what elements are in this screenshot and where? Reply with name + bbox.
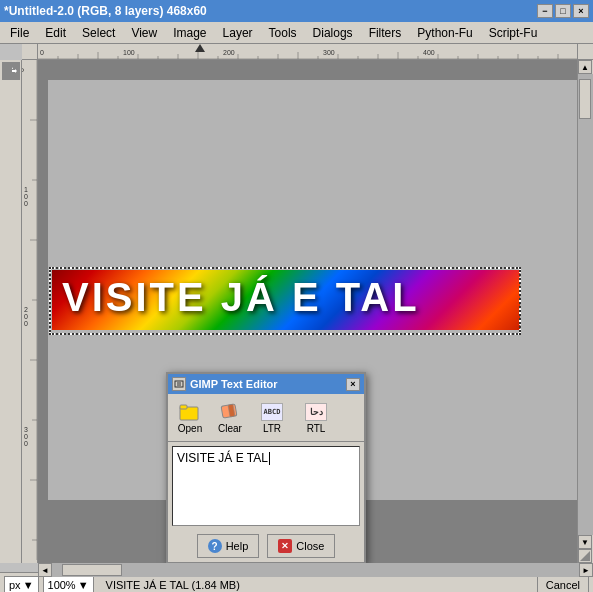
svg-text:2: 2 (24, 306, 28, 313)
clear-label: Clear (218, 423, 242, 434)
menu-select[interactable]: Select (76, 24, 121, 42)
unit-selector[interactable]: px ▼ (4, 576, 39, 593)
svg-text:0: 0 (24, 433, 28, 440)
menu-python-fu[interactable]: Python-Fu (411, 24, 478, 42)
clear-icon (219, 401, 241, 423)
text-editor-dialog: GIMP Text Editor × Open (166, 372, 366, 563)
svg-rect-55 (175, 381, 183, 387)
menu-image[interactable]: Image (167, 24, 212, 42)
svg-text:0: 0 (24, 440, 28, 447)
menu-file[interactable]: File (4, 24, 35, 42)
scroll-track-h (52, 563, 579, 577)
help-icon: ? (208, 539, 222, 553)
text-cursor (269, 452, 270, 465)
dialog-title-text: GIMP Text Editor (190, 378, 278, 390)
open-icon (179, 401, 201, 423)
ltr-button[interactable]: ABCD LTR (252, 398, 292, 437)
menu-script-fu[interactable]: Script-Fu (483, 24, 544, 42)
ruler-top-right-corner (577, 44, 593, 60)
text-editor-area[interactable]: VISITE JÁ E TAL (172, 446, 360, 526)
image-layer: VISITE JÁ E TAL (52, 270, 520, 330)
menu-filters[interactable]: Filters (363, 24, 408, 42)
vertical-ruler: 0 1 0 0 2 0 0 3 0 0 (22, 60, 38, 563)
svg-text:0: 0 (24, 313, 28, 320)
status-info: VISITE JÁ E TAL (1.84 MB) (98, 579, 533, 591)
unit-dropdown-arrow: ▼ (23, 579, 34, 591)
svg-text:200: 200 (223, 49, 235, 56)
svg-rect-59 (180, 405, 187, 409)
unit-value: px (9, 579, 21, 591)
zoom-selector[interactable]: 100% ▼ (43, 576, 94, 593)
close-button[interactable]: × (573, 4, 589, 18)
canvas-image-text: VISITE JÁ E TAL (52, 270, 520, 325)
rtl-icon: دحا (305, 401, 327, 423)
dialog-title-bar: GIMP Text Editor × (168, 374, 364, 394)
window-title: *Untitled-2.0 (RGB, 8 layers) 468x60 (4, 4, 207, 18)
svg-text:3: 3 (24, 426, 28, 433)
scroll-corner (578, 549, 592, 563)
dialog-toolbar: Open Clear (168, 394, 364, 442)
help-button[interactable]: ? Help (197, 534, 260, 558)
menu-bar: File Edit Select View Image Layer Tools … (0, 22, 593, 44)
menu-dialogs[interactable]: Dialogs (307, 24, 359, 42)
svg-text:400: 400 (423, 49, 435, 56)
tool-move[interactable] (2, 62, 20, 80)
editor-text-content: VISITE JÁ E TAL (177, 451, 268, 465)
open-button[interactable]: Open (172, 398, 208, 437)
scroll-right-button[interactable]: ► (579, 563, 593, 577)
scroll-left-button[interactable]: ◄ (38, 563, 52, 577)
svg-text:0: 0 (24, 320, 28, 327)
dialog-close-icon[interactable]: × (346, 378, 360, 391)
dialog-footer: ? Help ✕ Close (168, 530, 364, 562)
dialog-close-button[interactable]: ✕ Close (267, 534, 335, 558)
cancel-button[interactable]: Cancel (537, 575, 589, 593)
svg-text:100: 100 (123, 49, 135, 56)
svg-text:0: 0 (24, 200, 28, 207)
svg-marker-10 (195, 44, 205, 52)
svg-text:0: 0 (24, 193, 28, 200)
svg-text:300: 300 (323, 49, 335, 56)
minimize-button[interactable]: − (537, 4, 553, 18)
svg-text:1: 1 (24, 186, 28, 193)
tool-column (0, 60, 22, 563)
close-x-icon: ✕ (278, 539, 292, 553)
svg-marker-35 (11, 65, 17, 73)
menu-tools[interactable]: Tools (263, 24, 303, 42)
canvas-area: VISITE JÁ E TAL GIMP Text Editor × (38, 60, 577, 563)
horizontal-scrollbar-row: ◄ ► (38, 563, 593, 577)
clear-button[interactable]: Clear (212, 398, 248, 437)
scroll-up-button[interactable]: ▲ (578, 60, 592, 74)
menu-view[interactable]: View (125, 24, 163, 42)
title-bar: *Untitled-2.0 (RGB, 8 layers) 468x60 − □… (0, 0, 593, 22)
ltr-label: LTR (263, 423, 281, 434)
scroll-thumb-h[interactable] (62, 564, 122, 576)
zoom-value: 100% (48, 579, 76, 591)
zoom-dropdown-arrow: ▼ (78, 579, 89, 591)
menu-edit[interactable]: Edit (39, 24, 72, 42)
scroll-track-v (578, 74, 593, 535)
scroll-down-button[interactable]: ▼ (578, 535, 592, 549)
rtl-button[interactable]: دحا RTL (296, 398, 336, 437)
maximize-button[interactable]: □ (555, 4, 571, 18)
svg-marker-62 (580, 551, 590, 561)
rtl-label: RTL (307, 423, 326, 434)
menu-layer[interactable]: Layer (217, 24, 259, 42)
scroll-thumb-v[interactable] (579, 79, 591, 119)
title-bar-buttons: − □ × (537, 4, 589, 18)
ruler-corner (22, 44, 38, 60)
dialog-icon (172, 377, 186, 391)
ltr-icon: ABCD (261, 401, 283, 423)
svg-text:0: 0 (22, 68, 25, 72)
open-label: Open (178, 423, 202, 434)
horizontal-ruler: 0 100 200 300 400 (38, 44, 577, 60)
vertical-scrollbar: ▲ ▼ (577, 60, 593, 563)
svg-text:0: 0 (40, 49, 44, 56)
